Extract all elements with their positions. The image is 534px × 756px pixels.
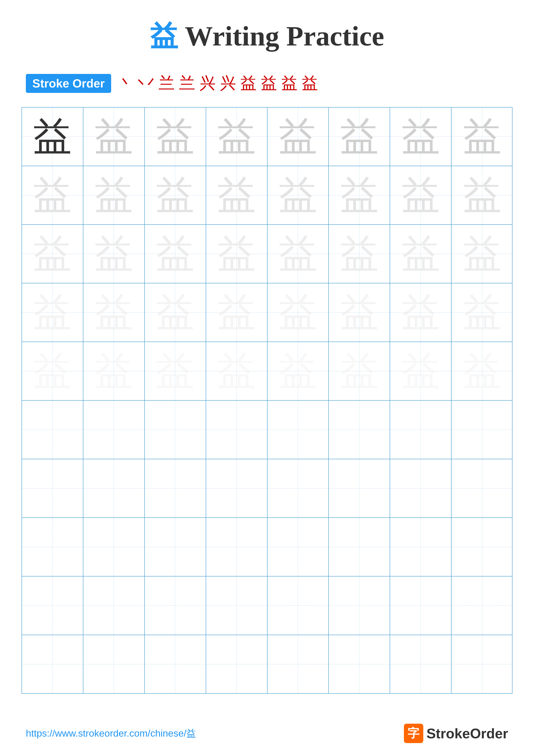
grid-cell[interactable]: 益 [390,284,451,341]
grid-cell[interactable] [267,518,329,576]
grid-cell[interactable]: 益 [329,166,390,224]
grid-cell[interactable] [83,459,145,517]
grid-row-5: 益 益 益 益 益 益 益 益 [22,342,512,401]
grid-cell[interactable] [22,635,83,693]
grid-cell[interactable] [22,518,83,576]
grid-cell[interactable]: 益 [22,166,83,224]
grid-cell[interactable]: 益 [83,108,145,166]
grid-cell[interactable]: 益 [145,284,206,341]
stroke-seq-4: 兰 [179,72,195,94]
grid-cell[interactable]: 益 [22,284,83,341]
grid-cell[interactable] [22,401,83,459]
grid-cell[interactable]: 益 [329,225,390,283]
stroke-seq-2: 丷 [138,72,154,94]
grid-cell[interactable] [22,459,83,517]
grid-cell[interactable] [267,577,329,635]
footer-brand-icon: 字 [404,724,423,743]
grid-cell[interactable] [267,459,329,517]
grid-cell[interactable] [451,577,513,635]
stroke-seq-8: 益 [261,72,277,94]
grid-cell[interactable] [267,401,329,459]
title-char: 益 [150,20,178,51]
grid-cell[interactable]: 益 [451,225,513,283]
grid-cell[interactable]: 益 [451,108,513,166]
grid-cell[interactable] [329,577,390,635]
grid-cell[interactable]: 益 [451,342,513,400]
grid-row-1: 益 益 益 益 益 益 益 益 [22,108,512,166]
grid-cell[interactable]: 益 [329,342,390,400]
grid-cell[interactable]: 益 [267,225,329,283]
grid-cell[interactable] [83,635,145,693]
grid-cell[interactable]: 益 [390,166,451,224]
grid-cell[interactable] [83,518,145,576]
grid-cell[interactable]: 益 [206,284,267,341]
grid-cell[interactable] [206,577,267,635]
grid-cell[interactable]: 益 [451,166,513,224]
grid-row-9 [22,577,512,635]
grid-cell[interactable]: 益 [329,108,390,166]
footer-url: https://www.strokeorder.com/chinese/益 [26,727,196,740]
grid-cell[interactable]: 益 [206,342,267,400]
grid-cell[interactable]: 益 [145,166,206,224]
grid-cell[interactable]: 益 [267,166,329,224]
grid-cell[interactable] [206,459,267,517]
grid-cell[interactable] [451,401,513,459]
grid-cell[interactable]: 益 [83,342,145,400]
grid-cell[interactable]: 益 [145,108,206,166]
grid-cell[interactable]: 益 [145,342,206,400]
grid-cell[interactable]: 益 [390,225,451,283]
grid-cell[interactable] [390,577,451,635]
grid-cell[interactable]: 益 [390,108,451,166]
grid-cell[interactable] [329,401,390,459]
grid-cell[interactable] [267,635,329,693]
grid-cell[interactable] [145,518,206,576]
grid-cell[interactable]: 益 [83,284,145,341]
stroke-seq-3: 兰 [159,72,175,94]
grid-cell[interactable] [390,518,451,576]
grid-cell[interactable] [145,459,206,517]
grid-row-8 [22,518,512,577]
grid-cell[interactable]: 益 [83,225,145,283]
grid-cell[interactable] [22,577,83,635]
grid-cell[interactable] [329,635,390,693]
grid-cell[interactable] [145,577,206,635]
stroke-order-badge: Stroke Order [26,74,111,93]
grid-cell[interactable] [390,635,451,693]
grid-cell[interactable]: 益 [390,342,451,400]
grid-row-6 [22,401,512,459]
grid-cell[interactable]: 益 [206,166,267,224]
grid-cell[interactable] [390,459,451,517]
grid-cell[interactable]: 益 [22,342,83,400]
grid-cell[interactable]: 益 [451,284,513,341]
grid-cell[interactable]: 益 [267,342,329,400]
grid-cell[interactable]: 益 [267,284,329,341]
grid-cell[interactable] [83,577,145,635]
grid-cell[interactable] [451,459,513,517]
stroke-sequence: 丶 丷 兰 兰 兴 兴 益 益 益 益 [117,72,318,94]
grid-cell[interactable]: 益 [83,166,145,224]
grid-cell[interactable] [83,401,145,459]
grid-cell[interactable]: 益 [329,284,390,341]
grid-cell[interactable] [451,635,513,693]
grid-cell[interactable]: 益 [206,225,267,283]
footer: https://www.strokeorder.com/chinese/益 字 … [0,724,534,743]
grid-cell[interactable]: 益 [206,108,267,166]
grid-cell[interactable] [329,518,390,576]
grid-cell[interactable]: 益 [22,108,83,166]
grid-cell[interactable]: 益 [267,108,329,166]
grid-cell[interactable] [451,518,513,576]
grid-cell[interactable] [390,401,451,459]
grid-cell[interactable] [206,401,267,459]
grid-cell[interactable] [145,635,206,693]
footer-brand: 字 StrokeOrder [404,724,508,743]
title-text: Writing Practice [178,20,384,51]
grid-cell[interactable]: 益 [145,225,206,283]
grid-row-4: 益 益 益 益 益 益 益 益 [22,284,512,342]
grid-cell[interactable]: 益 [22,225,83,283]
grid-cell[interactable] [206,518,267,576]
stroke-seq-9: 益 [281,72,297,94]
grid-cell[interactable] [145,401,206,459]
stroke-seq-1: 丶 [117,72,134,94]
grid-cell[interactable] [206,635,267,693]
grid-cell[interactable] [329,459,390,517]
